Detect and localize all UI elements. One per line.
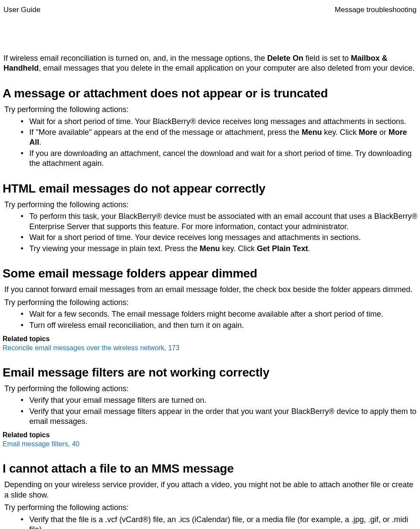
section-title-mms-attach: I cannot attach a file to an MMS message <box>2 461 418 476</box>
related-link-reconcile[interactable]: Reconcile email messages over the wirele… <box>3 344 418 353</box>
bold-menu: Menu <box>200 244 220 253</box>
bullet-list: Verify that the file is a .vcf (vCard®) … <box>2 515 418 529</box>
bullet-list: Verify that your email message filters a… <box>2 395 418 426</box>
bullet-text: . <box>308 244 310 253</box>
intro-paragraph: If wireless email reconciliation is turn… <box>2 53 418 74</box>
section-paragraph: Depending on your wireless service provi… <box>4 480 418 500</box>
bullet-text: If "More available" appears at the end o… <box>29 128 302 137</box>
list-item: To perform this task, your BlackBerry® d… <box>29 212 418 232</box>
section-title-html-email: HTML email messages do not appear correc… <box>2 181 418 196</box>
section-lead: Try performing the following actions: <box>4 298 418 308</box>
bullet-text: To perform this task, your BlackBerry® d… <box>29 212 417 230</box>
list-item: Verify that the file is a .vcf (vCard®) … <box>29 515 418 529</box>
intro-text: , email messages that you delete in the … <box>39 64 414 72</box>
bullet-text: . <box>39 138 41 146</box>
list-item: Wait for a short period of time. Your de… <box>29 233 418 243</box>
list-item: Verify that your email message filters a… <box>29 407 418 427</box>
intro-text: If wireless email reconciliation is turn… <box>3 54 267 62</box>
section-paragraph: If you cannot forward email messages fro… <box>4 285 418 295</box>
list-item: If you are downloading an attachment, ca… <box>29 149 418 169</box>
header-left: User Guide <box>3 5 40 15</box>
bullet-text: key. Click <box>220 244 257 253</box>
bullet-text: Wait for a short period of time. Your Bl… <box>29 117 406 126</box>
bullet-text: Verify that your email message filters a… <box>29 396 206 405</box>
list-item: Wait for a short period of time. Your Bl… <box>29 117 418 127</box>
bullet-text: Turn off wireless email reconciliation, … <box>29 321 244 330</box>
section-title-truncated: A message or attachment does not appear … <box>2 86 418 101</box>
page-header: User Guide Message troubleshooting <box>0 0 420 15</box>
section-title-folders-dimmed: Some email message folders appear dimmed <box>2 266 418 281</box>
list-item: Wait for a few seconds. The email messag… <box>29 309 418 319</box>
list-item: Turn off wireless email reconciliation, … <box>29 321 418 330</box>
bullet-text: Wait for a few seconds. The email messag… <box>29 310 383 318</box>
bullet-list: Wait for a short period of time. Your Bl… <box>2 117 418 169</box>
list-item: Verify that your email message filters a… <box>29 395 418 405</box>
bullet-text: Verify that your email message filters a… <box>29 407 417 426</box>
related-link-filters[interactable]: Email message filters, 40 <box>3 440 418 449</box>
bullet-list: Wait for a few seconds. The email messag… <box>2 309 418 330</box>
bullet-text: or <box>377 128 389 137</box>
bullet-list: To perform this task, your BlackBerry® d… <box>2 212 418 254</box>
bold-more: More <box>359 128 377 137</box>
header-right: Message troubleshooting <box>335 5 417 15</box>
bullet-text: Verify that the file is a .vcf (vCard®) … <box>29 515 408 529</box>
bullet-text: key. Click <box>322 128 359 137</box>
related-topics-heading: Related topics <box>3 335 418 344</box>
bold-get-plain-text: Get Plain Text <box>257 244 308 253</box>
related-topics-heading: Related topics <box>3 431 418 440</box>
bullet-text: If you are downloading an attachment, ca… <box>29 149 412 168</box>
bullet-text: Try viewing your message in plain text. … <box>29 244 200 253</box>
list-item: If "More available" appears at the end o… <box>29 128 418 148</box>
intro-text: field is set to <box>303 54 351 62</box>
bullet-text: Wait for a short period of time. Your de… <box>29 233 361 242</box>
bold-menu: Menu <box>302 128 322 137</box>
section-lead: Try performing the following actions: <box>4 105 418 115</box>
section-title-filters: Email message filters are not working co… <box>2 365 418 380</box>
section-lead: Try performing the following actions: <box>4 384 418 394</box>
section-lead: Try performing the following actions: <box>4 200 418 210</box>
section-lead: Try performing the following actions: <box>4 503 418 513</box>
list-item: Try viewing your message in plain text. … <box>29 244 418 254</box>
intro-bold-delete-on: Delete On <box>267 54 303 62</box>
page-content: If wireless email reconciliation is turn… <box>0 15 420 529</box>
